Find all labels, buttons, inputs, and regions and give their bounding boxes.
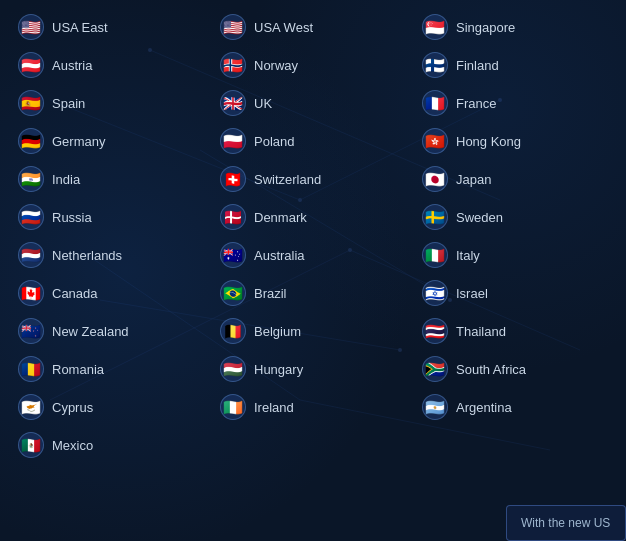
country-item[interactable]: 🇺🇸USA East <box>10 8 212 46</box>
country-item[interactable]: 🇮🇹Italy <box>414 236 616 274</box>
country-name: Israel <box>456 286 488 301</box>
country-name: France <box>456 96 496 111</box>
flag-icon: 🇦🇷 <box>422 394 448 420</box>
country-item[interactable]: 🇭🇰Hong Kong <box>414 122 616 160</box>
country-name: Canada <box>52 286 98 301</box>
country-item[interactable]: 🇦🇷Argentina <box>414 388 616 426</box>
country-item[interactable]: 🇧🇷Brazil <box>212 274 414 312</box>
country-name: Netherlands <box>52 248 122 263</box>
country-name: UK <box>254 96 272 111</box>
country-item[interactable]: 🇩🇪Germany <box>10 122 212 160</box>
country-item[interactable]: 🇭🇺Hungary <box>212 350 414 388</box>
country-name: Australia <box>254 248 305 263</box>
country-name: Sweden <box>456 210 503 225</box>
country-name: Japan <box>456 172 491 187</box>
flag-icon: 🇮🇳 <box>18 166 44 192</box>
country-name: Thailand <box>456 324 506 339</box>
flag-icon: 🇯🇵 <box>422 166 448 192</box>
country-item[interactable]: 🇸🇪Sweden <box>414 198 616 236</box>
flag-icon: 🇩🇰 <box>220 204 246 230</box>
flag-icon: 🇪🇸 <box>18 90 44 116</box>
flag-icon: 🇫🇷 <box>422 90 448 116</box>
flag-icon: 🇳🇱 <box>18 242 44 268</box>
flag-icon: 🇮🇹 <box>422 242 448 268</box>
flag-icon: 🇭🇰 <box>422 128 448 154</box>
country-item[interactable]: 🇯🇵Japan <box>414 160 616 198</box>
flag-icon: 🇷🇺 <box>18 204 44 230</box>
country-name: New Zealand <box>52 324 129 339</box>
country-name: Argentina <box>456 400 512 415</box>
tooltip-text: With the new US <box>521 516 610 530</box>
country-name: Hungary <box>254 362 303 377</box>
country-name: India <box>52 172 80 187</box>
country-item[interactable]: 🇨🇾Cyprus <box>10 388 212 426</box>
country-item[interactable]: 🇺🇸USA West <box>212 8 414 46</box>
country-item[interactable]: 🇹🇭Thailand <box>414 312 616 350</box>
country-name: Spain <box>52 96 85 111</box>
flag-icon: 🇳🇿 <box>18 318 44 344</box>
flag-icon: 🇫🇮 <box>422 52 448 78</box>
country-item[interactable]: 🇮🇪Ireland <box>212 388 414 426</box>
country-item[interactable]: 🇦🇺Australia <box>212 236 414 274</box>
flag-icon: 🇺🇸 <box>18 14 44 40</box>
country-item[interactable]: 🇳🇱Netherlands <box>10 236 212 274</box>
flag-icon: 🇦🇺 <box>220 242 246 268</box>
country-item[interactable]: 🇮🇱Israel <box>414 274 616 312</box>
flag-icon: 🇨🇭 <box>220 166 246 192</box>
country-name: Mexico <box>52 438 93 453</box>
country-name: Italy <box>456 248 480 263</box>
country-name: Russia <box>52 210 92 225</box>
country-item[interactable]: 🇩🇰Denmark <box>212 198 414 236</box>
country-item[interactable]: 🇷🇺Russia <box>10 198 212 236</box>
country-name: Finland <box>456 58 499 73</box>
flag-icon: 🇵🇱 <box>220 128 246 154</box>
flag-icon: 🇧🇪 <box>220 318 246 344</box>
flag-icon: 🇨🇾 <box>18 394 44 420</box>
flag-icon: 🇸🇪 <box>422 204 448 230</box>
country-item[interactable]: 🇳🇴Norway <box>212 46 414 84</box>
country-item[interactable]: 🇸🇬Singapore <box>414 8 616 46</box>
country-item[interactable]: 🇧🇪Belgium <box>212 312 414 350</box>
flag-icon: 🇧🇷 <box>220 280 246 306</box>
flag-icon: 🇬🇧 <box>220 90 246 116</box>
country-name: Singapore <box>456 20 515 35</box>
country-item[interactable]: 🇲🇽Mexico <box>10 426 212 464</box>
country-name: USA East <box>52 20 108 35</box>
flag-icon: 🇮🇱 <box>422 280 448 306</box>
country-item[interactable]: 🇳🇿New Zealand <box>10 312 212 350</box>
country-item[interactable]: 🇦🇹Austria <box>10 46 212 84</box>
empty-cell <box>414 426 616 464</box>
country-item[interactable]: 🇷🇴Romania <box>10 350 212 388</box>
country-name: Poland <box>254 134 294 149</box>
country-name: Cyprus <box>52 400 93 415</box>
country-name: South Africa <box>456 362 526 377</box>
country-item[interactable]: 🇪🇸Spain <box>10 84 212 122</box>
country-item[interactable]: 🇨🇭Switzerland <box>212 160 414 198</box>
country-name: Brazil <box>254 286 287 301</box>
country-name: Romania <box>52 362 104 377</box>
country-name: Norway <box>254 58 298 73</box>
flag-icon: 🇩🇪 <box>18 128 44 154</box>
tooltip-box: With the new US <box>506 505 626 541</box>
country-item[interactable]: 🇨🇦Canada <box>10 274 212 312</box>
empty-cell <box>212 426 414 464</box>
flag-icon: 🇹🇭 <box>422 318 448 344</box>
country-name: Hong Kong <box>456 134 521 149</box>
country-name: USA West <box>254 20 313 35</box>
flag-icon: 🇨🇦 <box>18 280 44 306</box>
flag-icon: 🇳🇴 <box>220 52 246 78</box>
flag-icon: 🇺🇸 <box>220 14 246 40</box>
country-item[interactable]: 🇫🇮Finland <box>414 46 616 84</box>
country-item[interactable]: 🇬🇧UK <box>212 84 414 122</box>
country-name: Switzerland <box>254 172 321 187</box>
country-name: Denmark <box>254 210 307 225</box>
flag-icon: 🇿🇦 <box>422 356 448 382</box>
country-name: Austria <box>52 58 92 73</box>
country-name: Belgium <box>254 324 301 339</box>
flag-icon: 🇮🇪 <box>220 394 246 420</box>
flag-icon: 🇦🇹 <box>18 52 44 78</box>
country-item[interactable]: 🇫🇷France <box>414 84 616 122</box>
country-item[interactable]: 🇿🇦South Africa <box>414 350 616 388</box>
country-item[interactable]: 🇵🇱Poland <box>212 122 414 160</box>
country-item[interactable]: 🇮🇳India <box>10 160 212 198</box>
